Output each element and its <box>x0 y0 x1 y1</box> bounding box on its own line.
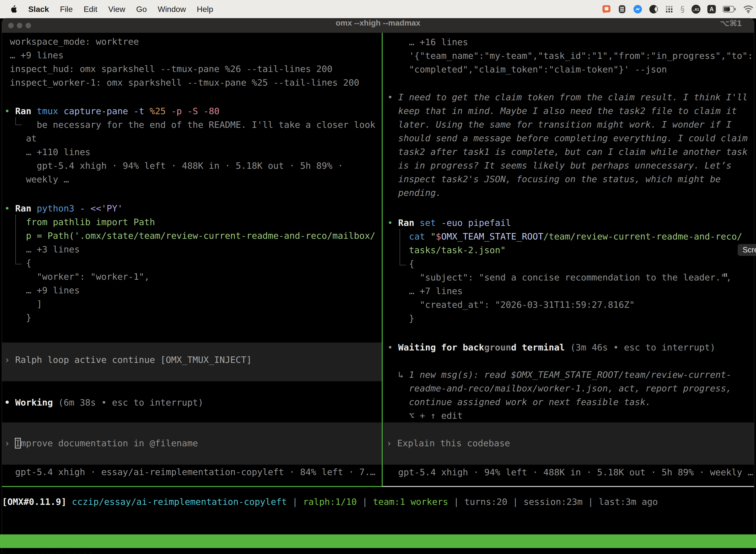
left-scrollback: workspace_mode: worktree … +9 lines insp… <box>4 35 381 89</box>
pause-indicator-icon <box>724 273 725 277</box>
grid-shield-icon[interactable] <box>618 5 626 14</box>
terminal-line: ] <box>4 297 381 311</box>
terminal-line: later. Using the same for transition mig… <box>387 118 755 131</box>
pane-border-inactive <box>382 486 754 487</box>
left-working-status: • Working (6m 38s • esc to interrupt) <box>4 396 381 409</box>
macos-menubar: Slack File Edit View Go Window Help <box>0 0 756 18</box>
screen: Slack File Edit View Go Window Help <box>0 0 756 554</box>
wifi-icon[interactable] <box>743 5 754 13</box>
terminal-line: • Ran tmux capture-pane -t %25 -p -S -80 <box>4 104 381 118</box>
chat-app-icon[interactable] <box>602 5 611 14</box>
terminal-line: tasks/task-2.json" <box>387 243 755 257</box>
terminal-line: … +3 lines <box>4 242 381 256</box>
terminal-line: [OMX#0.11.9] cczip/essay/ai-reimplementa… <box>2 495 754 509</box>
terminal-line: … +7 lines <box>387 284 755 298</box>
terminal-line: … +16 lines <box>387 35 755 49</box>
input-source-icon[interactable]: A <box>707 5 716 13</box>
terminal-line: • I need to get the claim token from the… <box>387 90 755 104</box>
terminal-line: is in progress? It seems likely but perh… <box>387 159 755 172</box>
terminal-line: { <box>387 257 755 271</box>
terminal-line: inspect_hud: omx sparkshell --tmux-pane … <box>4 62 381 76</box>
terminal-line: '{"team_name":"my-team","task_id":"1","f… <box>387 49 755 63</box>
menu-go[interactable]: Go <box>136 5 147 14</box>
terminal-line: from pathlib import Path <box>4 215 381 229</box>
terminal-line: workspace_mode: worktree <box>4 35 381 48</box>
pause-indicator-icon <box>726 273 727 277</box>
dots-grid-icon[interactable] <box>665 5 674 13</box>
terminal-line: weekly … <box>4 172 381 186</box>
terminal-line: gpt-5.4 xhigh · 94% left · 488K in · 5.1… <box>387 465 755 479</box>
messenger-icon[interactable] <box>633 5 642 14</box>
terminal-line: ⌥ + ↑ edit <box>387 409 755 423</box>
right-model-status: gpt-5.4 xhigh · 94% left · 488K in · 5.1… <box>387 465 755 479</box>
terminal-line: at <box>4 131 381 145</box>
terminal-line: › Ralph loop active continue [OMX_TMUX_I… <box>4 353 379 367</box>
window-title: omx --xhigh --madmax <box>2 18 754 27</box>
menu-edit[interactable]: Edit <box>83 5 97 14</box>
menu-file[interactable]: File <box>60 5 73 14</box>
terminal-line: • Ran set -euo pipefail <box>387 216 755 230</box>
terminal-line: inspect_worker-1: omx sparkshell --tmux-… <box>4 76 381 89</box>
terminal-line: "completed","claim_token":"claim-token"}… <box>387 63 755 76</box>
apple-menu-icon[interactable] <box>10 5 17 13</box>
terminal-line: "worker": "worker-1", <box>4 270 381 283</box>
prompt-input-left[interactable]: › Improve documentation in @filename <box>2 423 382 465</box>
tmux-status-bar: [omx-cczip0:bash* "MacBook-Pro-44.local"… <box>0 535 756 548</box>
ralph-loop-banner: › Ralph loop active continue [OMX_TMUX_I… <box>2 342 382 381</box>
terminal-line: p = Path('.omx/state/team/review-current… <box>4 229 381 242</box>
terminal-line: gpt-5.4 xhigh · essay/ai-reimplementatio… <box>4 465 381 479</box>
squiggle-icon[interactable]: § <box>680 4 685 14</box>
terminal-line: "subject": "send a concise recommendatio… <box>387 271 755 284</box>
screen-overlay-tooltip: Scre <box>738 244 756 256</box>
right-thinking: • I need to get the claim token from the… <box>387 90 755 200</box>
left-ran-tmux: • Ran tmux capture-pane -t %25 -p -S -80… <box>4 104 381 186</box>
terminal-line: should send a message before completing … <box>387 131 755 145</box>
right-waiting-status: • Waiting for background terminal (3m 46… <box>387 340 755 354</box>
terminal-line: • Ran python3 - <<'PY' <box>4 202 381 215</box>
output-connector <box>15 215 22 264</box>
tmux-session-label[interactable]: [omx-cczip0:bash* <box>2 548 93 554</box>
right-mailbox-note: ↳ 1 new msg(s): read $OMX_TEAM_STATE_ROO… <box>387 368 755 423</box>
tab-shortcut-label: ⌥⌘1 <box>720 18 742 28</box>
terminal-line: ↳ 1 new msg(s): read $OMX_TEAM_STATE_ROO… <box>387 368 755 382</box>
terminal-line: task2 after task1 is complete, but can I… <box>387 145 755 159</box>
prompt-input-right[interactable]: › Explain this codebase <box>383 423 754 465</box>
terminal-line: pending. <box>387 186 755 200</box>
terminal-line: … +110 lines <box>4 145 381 159</box>
terminal-line: } <box>387 312 755 325</box>
terminal-line: › Improve documentation in @filename <box>4 436 379 450</box>
omx-status-line: [OMX#0.11.9] cczip/essay/ai-reimplementa… <box>2 495 754 509</box>
dark-disc-icon[interactable] <box>649 5 658 14</box>
terminal-line: … +9 lines <box>4 48 381 62</box>
terminal-line: … +9 lines <box>4 283 381 297</box>
output-connector <box>15 117 22 125</box>
terminal-line: inspect task2's JSON, focusing on the st… <box>387 172 755 186</box>
terminal-line: cat "$OMX_TEAM_STATE_ROOT/team/review-cu… <box>387 230 755 243</box>
menu-view[interactable]: View <box>108 5 125 14</box>
battery-percent-badge[interactable]: ..61 <box>692 5 700 14</box>
menu-app-slack[interactable]: Slack <box>28 5 49 14</box>
left-ran-python: • Ran python3 - <<'PY' from pathlib impo… <box>4 202 381 324</box>
right-scrollback: … +16 lines '{"team_name":"my-team","tas… <box>387 35 755 76</box>
terminal-line: keep that in mind. Maybe I also need the… <box>387 104 755 118</box>
terminal-line: continue assigned work or next feasible … <box>387 395 755 409</box>
battery-icon[interactable] <box>723 6 736 13</box>
pane-divider[interactable] <box>382 33 383 486</box>
terminal-line: • Waiting for background terminal (3m 46… <box>387 340 755 354</box>
terminal-line: › Explain this codebase <box>386 436 751 450</box>
terminal-line: gpt-5.4 xhigh · 94% left · 488K in · 5.1… <box>4 159 381 172</box>
terminal-line: be necessary for the end of the README. … <box>4 118 381 131</box>
output-connector <box>399 229 406 265</box>
terminal-line: } <box>4 311 381 324</box>
menu-window[interactable]: Window <box>158 5 186 14</box>
terminal-line: "created_at": "2026-03-31T11:59:27.816Z" <box>387 298 755 312</box>
terminal-line: • Working (6m 38s • esc to interrupt) <box>4 396 381 409</box>
window-titlebar[interactable]: omx --xhigh --madmax ⌥⌘1 <box>2 18 754 33</box>
pane-border-active <box>2 486 382 487</box>
terminal-line: { <box>4 256 381 270</box>
terminal-line: readme-and-reco/mailbox/worker-1.json, a… <box>387 382 755 395</box>
menu-help[interactable]: Help <box>197 5 213 14</box>
left-model-status: gpt-5.4 xhigh · essay/ai-reimplementatio… <box>4 465 381 479</box>
right-ran-set: • Ran set -euo pipefail cat "$OMX_TEAM_S… <box>387 216 755 325</box>
